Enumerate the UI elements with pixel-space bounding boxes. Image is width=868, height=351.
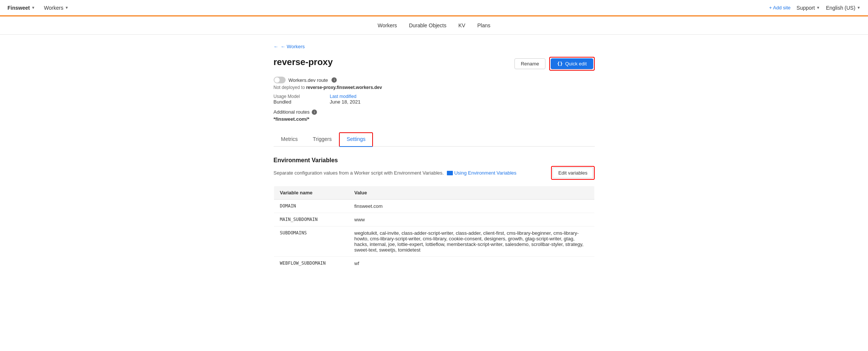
quick-edit-label: Quick edit xyxy=(565,61,587,67)
additional-routes-value: *finsweet.com/* xyxy=(274,116,595,122)
workers-dev-info-icon[interactable]: i xyxy=(332,77,337,83)
workers-dev-label: Workers.dev route xyxy=(289,77,328,83)
quick-edit-outline: {} Quick edit xyxy=(549,57,594,71)
subnav: Workers Durable Objects KV Plans xyxy=(0,16,868,35)
subnav-workers[interactable]: Workers xyxy=(378,21,397,30)
worker-title: reverse-proxy xyxy=(274,57,333,67)
table-row: WEBFLOW_SUBDOMAINwf xyxy=(274,257,594,270)
book-icon xyxy=(447,171,453,175)
usage-model-label: Usage Model xyxy=(274,94,300,99)
topbar: Finsweet ▼ Workers ▼ + Add site Support … xyxy=(0,0,868,16)
env-table-head: Variable name Value xyxy=(274,186,594,200)
edit-variables-button[interactable]: Edit variables xyxy=(553,167,593,178)
var-value-cell: www xyxy=(348,213,594,227)
worker-actions: Rename {} Quick edit xyxy=(514,57,595,71)
additional-routes-info-icon[interactable]: i xyxy=(312,110,317,115)
workers-dev-url: reverse-proxy.finsweet.workers.dev xyxy=(306,85,382,90)
brand-label: Finsweet xyxy=(7,5,30,11)
tabs-section: Metrics Triggers Settings xyxy=(274,132,595,147)
language-menu[interactable]: English (US) ▼ xyxy=(826,5,861,11)
var-value-cell: weglotuikit, cal-invite, class-adder-scr… xyxy=(348,227,594,257)
edit-vars-wrap: Edit variables xyxy=(551,166,594,180)
subnav-plans[interactable]: Plans xyxy=(477,21,490,30)
not-deployed-text: Not deployed to reverse-proxy.finsweet.w… xyxy=(274,85,595,90)
env-title: Environment Variables xyxy=(274,157,595,164)
table-row: SUBDOMAINSweglotuikit, cal-invite, class… xyxy=(274,227,594,257)
var-name-cell: MAIN_SUBDOMAIN xyxy=(274,213,348,227)
support-chevron: ▼ xyxy=(816,6,820,10)
usage-model-value: Bundled xyxy=(274,99,300,105)
tab-settings[interactable]: Settings xyxy=(339,132,373,147)
using-env-link-label: Using Environment Variables xyxy=(454,170,517,176)
last-modified-label: Last modified xyxy=(330,94,360,99)
env-section: Environment Variables Separate configura… xyxy=(274,147,595,281)
language-label: English (US) xyxy=(826,5,856,11)
tab-settings-underline xyxy=(340,146,372,147)
tab-triggers[interactable]: Triggers xyxy=(305,132,339,147)
additional-routes-label: Additional routes xyxy=(274,109,310,115)
bracket-icon: {} xyxy=(557,61,563,67)
back-label: ← Workers xyxy=(281,44,305,49)
worker-header: reverse-proxy Rename {} Quick edit xyxy=(274,57,595,71)
workers-chevron: ▼ xyxy=(65,6,69,10)
brand-menu[interactable]: Finsweet ▼ xyxy=(7,5,35,11)
workers-dev-toggle[interactable] xyxy=(274,77,286,83)
var-name-cell: DOMAIN xyxy=(274,200,348,213)
env-table: Variable name Value DOMAINfinsweet.comMA… xyxy=(274,186,595,270)
var-name-cell: SUBDOMAINS xyxy=(274,227,348,257)
env-desc-text: Separate configuration values from a Wor… xyxy=(274,170,444,176)
workers-nav-label: Workers xyxy=(44,5,63,11)
table-row: DOMAINfinsweet.com xyxy=(274,200,594,213)
toggle-row: Workers.dev route i xyxy=(274,77,595,83)
table-row: MAIN_SUBDOMAINwww xyxy=(274,213,594,227)
var-value-cell: wf xyxy=(348,257,594,270)
col-variable-name: Variable name xyxy=(274,186,348,200)
last-modified-value: June 18, 2021 xyxy=(330,99,360,105)
tabs-row: Metrics Triggers Settings xyxy=(274,132,595,146)
add-site-button[interactable]: + Add site xyxy=(769,5,790,10)
var-name-cell: WEBFLOW_SUBDOMAIN xyxy=(274,257,348,270)
env-desc-row: Separate configuration values from a Wor… xyxy=(274,166,595,180)
topbar-right: + Add site Support ▼ English (US) ▼ xyxy=(769,5,861,11)
col-value: Value xyxy=(348,186,594,200)
language-chevron: ▼ xyxy=(857,6,861,10)
main-content: ← ← Workers reverse-proxy Rename {} Quic… xyxy=(266,35,602,290)
additional-routes-label-row: Additional routes i xyxy=(274,109,595,115)
env-table-header-row: Variable name Value xyxy=(274,186,594,200)
env-table-body: DOMAINfinsweet.comMAIN_SUBDOMAINwwwSUBDO… xyxy=(274,200,594,270)
support-label: Support xyxy=(797,5,815,11)
last-modified-col: Last modified June 18, 2021 xyxy=(330,94,360,105)
usage-model-col: Usage Model Bundled xyxy=(274,94,300,105)
topbar-left: Finsweet ▼ Workers ▼ xyxy=(7,5,69,11)
back-arrow: ← xyxy=(274,44,279,49)
workers-nav[interactable]: Workers ▼ xyxy=(44,5,69,11)
quick-edit-button[interactable]: {} Quick edit xyxy=(551,58,593,69)
subnav-kv[interactable]: KV xyxy=(458,21,466,30)
subnav-durable-objects[interactable]: Durable Objects xyxy=(409,21,446,30)
tab-settings-label: Settings xyxy=(346,136,365,142)
env-desc-left: Separate configuration values from a Wor… xyxy=(274,170,517,176)
brand-chevron: ▼ xyxy=(31,6,35,10)
using-env-link[interactable]: Using Environment Variables xyxy=(447,170,517,176)
back-link[interactable]: ← ← Workers xyxy=(274,44,595,49)
var-value-cell: finsweet.com xyxy=(348,200,594,213)
rename-button[interactable]: Rename xyxy=(514,58,545,69)
worker-info: Workers.dev route i Not deployed to reve… xyxy=(274,77,595,122)
support-menu[interactable]: Support ▼ xyxy=(797,5,820,11)
tab-metrics[interactable]: Metrics xyxy=(274,132,305,147)
